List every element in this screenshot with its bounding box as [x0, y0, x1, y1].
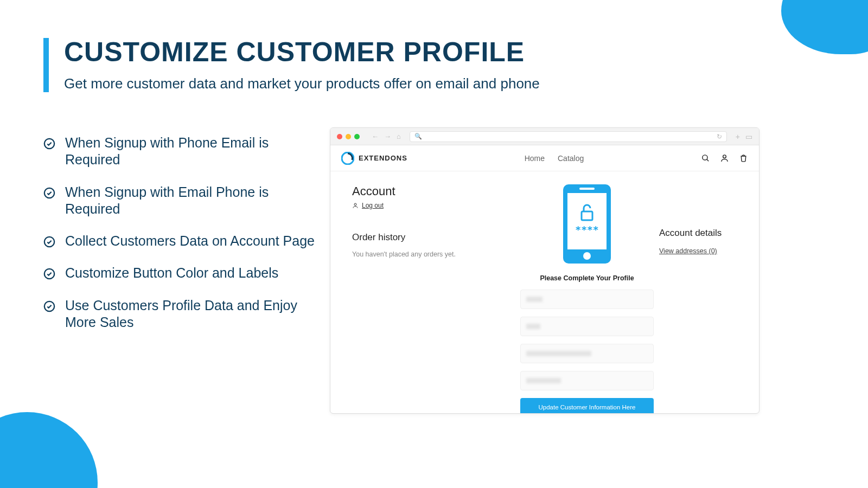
- order-history-heading: Order history: [352, 232, 515, 243]
- profile-field-4[interactable]: [520, 371, 654, 390]
- feature-item: Use Customers Profile Data and Enjoy Mor…: [43, 297, 315, 331]
- logout-link[interactable]: Log out: [352, 202, 515, 209]
- page-subtitle: Get more customer data and market your p…: [64, 75, 540, 92]
- check-icon: [43, 300, 55, 312]
- check-icon: [43, 236, 55, 248]
- check-icon: [43, 268, 55, 280]
- account-details-heading: Account details: [659, 228, 760, 239]
- feature-text: When Signup with Email Phone is Required: [65, 184, 315, 218]
- check-icon: [43, 187, 55, 199]
- feature-text: Customize Button Color and Labels: [65, 265, 278, 281]
- feature-text: Collect Customers Data on Account Page: [65, 233, 315, 249]
- feature-item: Customize Button Color and Labels: [43, 265, 315, 281]
- search-icon[interactable]: [701, 153, 710, 163]
- nav-home[interactable]: Home: [525, 154, 545, 163]
- decorative-blob-top: [781, 0, 868, 54]
- svg-line-7: [707, 159, 709, 161]
- tabs-icon[interactable]: ▭: [745, 132, 752, 141]
- feature-item: When Signup with Email Phone is Required: [43, 184, 315, 218]
- svg-point-13: [583, 252, 591, 260]
- page-title: CUSTOMIZE CUSTOMER PROFILE: [64, 38, 540, 67]
- store-header: EXTENDONS Home Catalog: [330, 145, 759, 171]
- browser-mock: ← → ⌂ 🔍 ↻ + ▭ EXTENDONS Home Catalog: [330, 127, 760, 414]
- view-addresses-link[interactable]: View addresses (0): [659, 247, 717, 255]
- brand-logo-icon: [341, 152, 354, 165]
- details-column: Account details View addresses (0): [659, 184, 760, 414]
- complete-profile-prompt: Please Complete Your Profile: [540, 274, 634, 282]
- brand[interactable]: EXTENDONS: [341, 152, 407, 165]
- forward-icon[interactable]: →: [384, 132, 391, 140]
- minimize-dot-icon: [346, 134, 351, 139]
- no-orders-text: You haven't placed any orders yet.: [352, 251, 515, 258]
- cart-icon[interactable]: [739, 153, 748, 163]
- logout-label: Log out: [362, 202, 384, 209]
- svg-point-9: [354, 203, 356, 206]
- check-icon: [43, 138, 55, 150]
- user-outline-icon: [352, 202, 359, 209]
- nav-icons: ← → ⌂: [372, 132, 401, 140]
- account-column: Account Log out Order history You haven'…: [352, 184, 515, 414]
- profile-column: **** Please Complete Your Profile Update…: [520, 184, 654, 414]
- user-icon[interactable]: [720, 153, 729, 163]
- profile-field-1[interactable]: [520, 290, 654, 309]
- feature-text: Use Customers Profile Data and Enjoy Mor…: [65, 297, 315, 331]
- search-icon: 🔍: [414, 133, 422, 140]
- profile-field-2[interactable]: [520, 317, 654, 336]
- decorative-blob-bottom: [0, 412, 98, 488]
- svg-rect-12: [579, 188, 595, 190]
- account-heading: Account: [352, 184, 515, 198]
- close-dot-icon: [337, 134, 342, 139]
- browser-toolbar: ← → ⌂ 🔍 ↻ + ▭: [330, 128, 759, 145]
- nav-catalog[interactable]: Catalog: [558, 154, 584, 163]
- svg-point-6: [703, 155, 707, 160]
- update-profile-button[interactable]: Update Customer Information Here: [520, 398, 654, 414]
- feature-item: Collect Customers Data on Account Page: [43, 233, 315, 249]
- expand-dot-icon: [354, 134, 360, 139]
- feature-text: When Signup with Phone Email is Required: [65, 134, 315, 169]
- reload-icon[interactable]: ↻: [717, 133, 722, 140]
- address-bar[interactable]: 🔍 ↻: [410, 131, 727, 142]
- svg-text:****: ****: [575, 224, 598, 235]
- svg-point-8: [723, 155, 726, 158]
- home-icon[interactable]: ⌂: [397, 132, 401, 140]
- store-body: Account Log out Order history You haven'…: [330, 171, 759, 414]
- profile-field-3[interactable]: [520, 344, 654, 363]
- phone-lock-icon: ****: [563, 184, 611, 264]
- features-list: When Signup with Phone Email is Required…: [43, 134, 315, 346]
- svg-rect-11: [567, 193, 607, 249]
- back-icon[interactable]: ←: [372, 132, 379, 140]
- new-tab-icon[interactable]: +: [736, 132, 740, 141]
- traffic-lights: [337, 134, 360, 139]
- feature-item: When Signup with Phone Email is Required: [43, 134, 315, 169]
- brand-name: EXTENDONS: [359, 154, 407, 162]
